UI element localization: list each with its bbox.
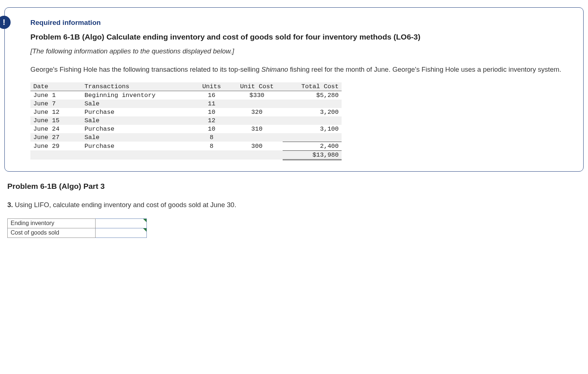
answer-cell-ending-inventory[interactable]	[96, 218, 147, 228]
cell-grand-total: $13,980	[283, 150, 342, 160]
col-header-transactions: Transactions	[82, 82, 192, 91]
cell-unit-cost	[231, 133, 283, 142]
cell-units: 10	[192, 125, 231, 133]
question-text: Using LIFO, calculate ending inventory a…	[13, 201, 236, 209]
cell-tx: Purchase	[82, 142, 192, 150]
answer-table: Ending inventory Cost of goods sold	[7, 218, 147, 238]
transactions-table: Date Transactions Units Unit Cost Total …	[30, 82, 342, 160]
required-information-heading: Required information	[30, 19, 565, 27]
table-row: June 7 Sale 11	[30, 100, 342, 108]
table-row: June 15 Sale 12	[30, 116, 342, 125]
problem-title: Problem 6-1B (Algo) Calculate ending inv…	[30, 32, 565, 42]
cell-date: June 12	[30, 108, 82, 116]
answer-cell-cogs[interactable]	[96, 228, 147, 238]
table-body: June 1 Beginning inventory 16 $330 $5,28…	[30, 91, 342, 160]
cell-units: 11	[192, 100, 231, 108]
cell-units: 16	[192, 91, 231, 100]
table-row: June 24 Purchase 10 310 3,100	[30, 125, 342, 133]
col-header-unit-cost: Unit Cost	[231, 82, 283, 91]
input-indicator-icon	[143, 219, 146, 222]
part-title: Problem 6-1B (Algo) Part 3	[7, 182, 584, 191]
table-row: June 12 Purchase 10 320 3,200	[30, 108, 342, 116]
table-row: June 29 Purchase 8 300 2,400	[30, 142, 342, 150]
cell-tx: Sale	[82, 116, 192, 125]
cell-unit-cost: $330	[231, 91, 283, 100]
cell-units: 10	[192, 108, 231, 116]
answer-row-ending-inventory: Ending inventory	[8, 218, 147, 228]
cell-total-cost	[283, 100, 342, 108]
input-indicator-icon	[143, 228, 146, 232]
col-header-date: Date	[30, 82, 82, 91]
scenario-text-em: Shimano	[261, 66, 288, 73]
cell-unit-cost: 300	[231, 142, 283, 150]
cell-unit-cost: 310	[231, 125, 283, 133]
table-row: June 27 Sale 8	[30, 133, 342, 142]
scenario-paragraph: George's Fishing Hole has the following …	[30, 65, 565, 74]
scenario-text-pre: George's Fishing Hole has the following …	[30, 66, 261, 73]
ending-inventory-input[interactable]	[96, 219, 146, 228]
answer-label-cogs: Cost of goods sold	[8, 228, 96, 238]
cell-tx: Purchase	[82, 125, 192, 133]
question-number: 3.	[7, 201, 13, 209]
cell-total-cost: $5,280	[283, 91, 342, 100]
cell-date: June 1	[30, 91, 82, 100]
cogs-input[interactable]	[96, 228, 146, 238]
col-header-units: Units	[192, 82, 231, 91]
answer-row-cogs: Cost of goods sold	[8, 228, 147, 238]
cell-date: June 15	[30, 116, 82, 125]
cell-units: 12	[192, 116, 231, 125]
cell-unit-cost: 320	[231, 108, 283, 116]
table-row: June 1 Beginning inventory 16 $330 $5,28…	[30, 91, 342, 100]
question-line: 3. Using LIFO, calculate ending inventor…	[7, 201, 584, 209]
cell-date: June 29	[30, 142, 82, 150]
cell-tx: Sale	[82, 133, 192, 142]
cell-date: June 7	[30, 100, 82, 108]
cell-date: June 27	[30, 133, 82, 142]
cell-unit-cost	[231, 100, 283, 108]
cell-tx: Beginning inventory	[82, 91, 192, 100]
alert-icon: !	[0, 16, 11, 29]
applies-note: [The following information applies to th…	[30, 47, 565, 55]
cell-total-cost: 2,400	[283, 142, 342, 150]
cell-total-cost	[283, 133, 342, 142]
cell-total-cost	[283, 116, 342, 125]
required-info-box: ! Required information Problem 6-1B (Alg…	[4, 7, 584, 172]
cell-date: June 24	[30, 125, 82, 133]
cell-tx: Purchase	[82, 108, 192, 116]
table-header-row: Date Transactions Units Unit Cost Total …	[30, 82, 342, 91]
cell-units: 8	[192, 142, 231, 150]
cell-total-cost: 3,200	[283, 108, 342, 116]
table-total-row: $13,980	[30, 150, 342, 160]
cell-units: 8	[192, 133, 231, 142]
cell-unit-cost	[231, 116, 283, 125]
answer-label-ending-inventory: Ending inventory	[8, 218, 96, 228]
scenario-text-post: fishing reel for the month of June. Geor…	[288, 66, 561, 73]
cell-tx: Sale	[82, 100, 192, 108]
col-header-total-cost: Total Cost	[283, 82, 342, 91]
cell-total-cost: 3,100	[283, 125, 342, 133]
